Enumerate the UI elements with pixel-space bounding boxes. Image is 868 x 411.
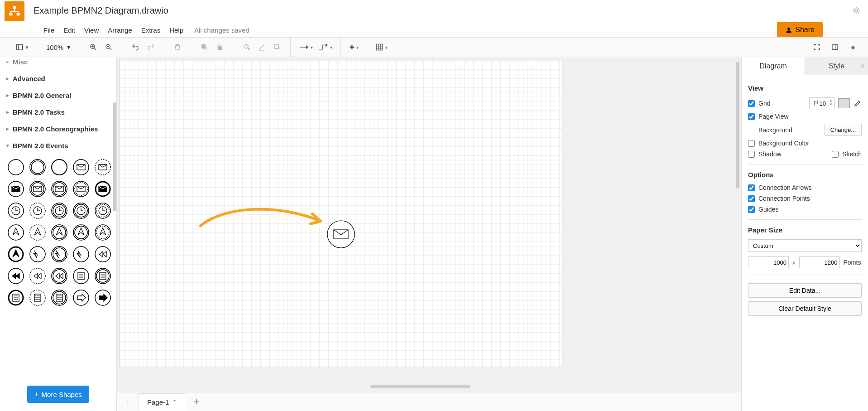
tab-diagram[interactable]: Diagram (742, 57, 805, 75)
more-shapes-button[interactable]: + More Shapes (27, 386, 89, 403)
shape-palette-item[interactable] (6, 245, 25, 264)
shape-palette-item[interactable] (72, 223, 91, 242)
format-panel-toggle[interactable] (828, 40, 842, 54)
shape-palette-item[interactable] (28, 266, 47, 285)
canvas-scrollbar-vertical[interactable] (736, 62, 739, 189)
canvas-shape-message-event[interactable] (327, 220, 355, 248)
drawing-page[interactable] (120, 60, 562, 367)
sidebar-toggle-button[interactable]: ▾ (14, 40, 30, 54)
shape-palette-item[interactable] (50, 179, 69, 198)
page-menu-button[interactable]: ⋮ (121, 396, 134, 408)
sketch-checkbox[interactable] (832, 151, 839, 158)
guides-checkbox[interactable] (748, 206, 755, 213)
shape-palette-item[interactable] (28, 245, 47, 264)
canvas[interactable] (117, 57, 741, 392)
menu-file[interactable]: File (39, 24, 59, 36)
fullscreen-button[interactable] (810, 40, 824, 54)
to-back-button[interactable] (213, 40, 226, 54)
line-color-button[interactable] (255, 40, 269, 54)
shape-palette-item[interactable] (72, 201, 91, 220)
table-button[interactable]: ▾ (374, 40, 389, 54)
shape-palette-item[interactable] (6, 201, 25, 220)
shape-palette-item[interactable] (50, 158, 69, 177)
menu-extras[interactable]: Extras (137, 24, 165, 36)
insert-button[interactable]: +▾ (347, 40, 360, 54)
change-background-button[interactable]: Change... (825, 124, 862, 136)
shape-palette-item[interactable] (28, 223, 47, 242)
shape-palette-item[interactable] (6, 158, 25, 177)
shape-palette-item[interactable] (72, 179, 91, 198)
sidebar-scrollbar[interactable] (113, 102, 116, 211)
shape-palette-item[interactable] (6, 179, 25, 198)
shape-palette-item[interactable] (93, 288, 112, 307)
shape-group-misc[interactable]: Misc (0, 57, 116, 70)
shape-palette-item[interactable] (93, 245, 112, 264)
paper-height-input[interactable] (799, 256, 840, 268)
conn-points-checkbox[interactable] (748, 195, 755, 202)
shape-palette-item[interactable] (28, 158, 47, 177)
waypoint-style-button[interactable]: ▾ (317, 40, 334, 54)
bgcolor-checkbox[interactable] (748, 140, 755, 147)
pageview-checkbox[interactable] (748, 113, 755, 120)
grid-color-swatch[interactable] (838, 98, 850, 108)
delete-button[interactable] (171, 40, 184, 54)
share-button[interactable]: Share (777, 22, 823, 38)
shape-palette-item[interactable] (28, 179, 47, 198)
shape-palette-item[interactable] (50, 223, 69, 242)
undo-button[interactable] (129, 40, 142, 54)
add-page-button[interactable]: + (189, 395, 204, 409)
shape-group-bpmn-choreographies[interactable]: BPMN 2.0 Choreographies (0, 121, 116, 137)
shape-palette-item[interactable] (50, 266, 69, 285)
shape-palette-item[interactable] (93, 158, 112, 177)
canvas-scrollbar-horizontal[interactable] (370, 385, 470, 388)
menu-arrange[interactable]: Arrange (103, 24, 136, 36)
shape-group-bpmn-tasks[interactable]: BPMN 2.0 Tasks (0, 104, 116, 121)
shape-palette-item[interactable] (28, 201, 47, 220)
shape-group-bpmn-events[interactable]: BPMN 2.0 Events (0, 137, 116, 154)
edit-pencil-icon[interactable] (854, 99, 862, 107)
zoom-out-button[interactable] (102, 40, 115, 54)
shape-palette-item[interactable] (6, 223, 25, 242)
edit-data-button[interactable]: Edit Data... (748, 283, 862, 298)
save-status: All changes saved (194, 26, 249, 34)
theme-toggle-icon[interactable] (852, 6, 861, 15)
shadow-button[interactable] (270, 40, 284, 54)
shape-palette-item[interactable] (93, 223, 112, 242)
shape-palette-item[interactable] (93, 266, 112, 285)
close-panel-icon[interactable]: × (860, 62, 864, 70)
paper-width-input[interactable] (748, 256, 789, 268)
fill-color-button[interactable] (240, 40, 253, 54)
papersize-select[interactable]: Custom (748, 239, 862, 252)
shape-palette-item[interactable] (72, 288, 91, 307)
shape-palette-item[interactable] (50, 288, 69, 307)
shape-palette-item[interactable] (72, 158, 91, 177)
page-tab-1[interactable]: Page-1 ⌃ (139, 393, 185, 411)
shadow-checkbox[interactable] (748, 151, 755, 158)
to-front-button[interactable] (197, 40, 211, 54)
shape-palette-item[interactable] (72, 245, 91, 264)
conn-arrows-checkbox[interactable] (748, 184, 755, 191)
shape-group-bpmn-general[interactable]: BPMN 2.0 General (0, 87, 116, 104)
zoom-dropdown[interactable]: 100% ▾ (43, 43, 74, 51)
clear-default-style-button[interactable]: Clear Default Style (748, 301, 862, 316)
shape-palette-item[interactable] (50, 245, 69, 264)
shape-palette-item[interactable] (72, 266, 91, 285)
zoom-in-button[interactable] (86, 40, 100, 54)
grid-checkbox[interactable] (748, 100, 755, 107)
menu-edit[interactable]: Edit (59, 24, 80, 36)
shape-palette-item[interactable] (6, 266, 25, 285)
collapse-toolbar-button[interactable] (846, 40, 860, 54)
menu-view[interactable]: View (80, 24, 103, 36)
shape-palette-item[interactable] (93, 179, 112, 198)
shape-palette-item[interactable] (50, 201, 69, 220)
connection-style-button[interactable]: ▾ (297, 40, 315, 54)
svg-rect-19 (259, 50, 265, 51)
shape-palette-item[interactable] (28, 288, 47, 307)
tab-style[interactable]: Style × (805, 57, 868, 75)
document-title[interactable]: Example BPMN2 Diagram.drawio (34, 5, 852, 17)
shape-palette-item[interactable] (93, 201, 112, 220)
shape-palette-item[interactable] (6, 288, 25, 307)
shape-group-advanced[interactable]: Advanced (0, 70, 116, 87)
menu-help[interactable]: Help (165, 24, 188, 36)
redo-button[interactable] (144, 40, 158, 54)
